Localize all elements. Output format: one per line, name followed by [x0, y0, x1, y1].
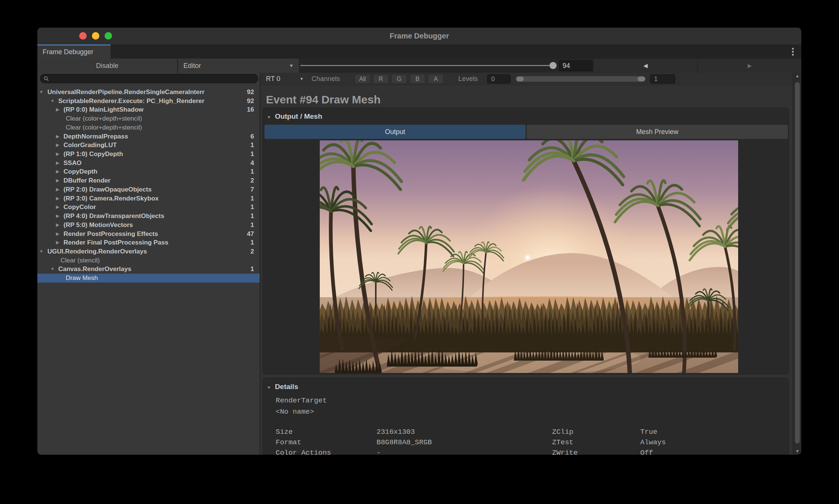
details-label: ZTest [552, 438, 573, 447]
event-tree-panel: ▼UniversalRenderPipeline.RenderSingleCam… [37, 73, 260, 455]
event-number-field[interactable]: 94 [559, 60, 592, 71]
foldout-closed-icon[interactable]: ▶ [56, 221, 59, 230]
levels-min-field[interactable]: 0 [487, 74, 511, 84]
foldout-open-icon[interactable]: ▼ [39, 247, 43, 256]
tree-item[interactable]: ▼UGUI.Rendering.RenderOverlays2 [37, 247, 260, 256]
foldout-closed-icon[interactable]: ▶ [56, 176, 59, 185]
tree-item-label: (RP 3:0) Camera.RenderSkybox [64, 194, 242, 203]
details-row: FormatB8G8R8A8_SRGBZTestAlways [276, 438, 776, 447]
vertical-scrollbar[interactable]: ▲ ▼ [793, 73, 801, 455]
next-event-button[interactable]: ▶ [698, 59, 801, 73]
channel-button-b[interactable]: B [410, 74, 425, 84]
tree-item[interactable]: ▶ColorGradingLUT1 [37, 141, 260, 150]
tree-item[interactable]: ▼ScriptableRenderer.Execute: PC_High_Ren… [37, 97, 260, 106]
tree-item[interactable]: ▶(RP 4:0) DrawTransparentObjects1 [37, 212, 260, 221]
tree-item[interactable]: Clear (stencil) [37, 256, 260, 265]
details-row: Color Actions-ZWriteOff [276, 448, 776, 455]
channel-button-a[interactable]: A [428, 74, 443, 84]
window-menu-icon[interactable] [791, 48, 794, 56]
levels-range-slider[interactable] [516, 76, 645, 82]
tree-item-count: 7 [251, 185, 254, 194]
chevron-down-icon: ▼ [300, 73, 304, 85]
tree-item-count: 1 [251, 203, 254, 212]
output-mesh-foldout[interactable]: ▼Output / Mesh [267, 108, 322, 125]
tree-item-label: UniversalRenderPipeline.RenderSingleCame… [47, 88, 242, 97]
foldout-closed-icon[interactable]: ▶ [56, 150, 59, 159]
search-input[interactable] [51, 74, 253, 83]
foldout-closed-icon[interactable]: ▶ [56, 159, 59, 168]
target-dropdown[interactable]: Editor ▼ [178, 59, 299, 73]
foldout-closed-icon[interactable]: ▶ [56, 230, 59, 239]
foldout-closed-icon[interactable]: ▶ [56, 105, 59, 114]
channel-button-g[interactable]: G [391, 74, 407, 84]
foldout-open-icon[interactable]: ▼ [50, 97, 55, 106]
disable-button[interactable]: Disable [37, 59, 177, 73]
title-bar[interactable]: Frame Debugger [37, 28, 801, 44]
tree-item[interactable]: ▶(RP 1:0) CopyDepth1 [37, 150, 260, 159]
tab-mesh-preview[interactable]: Mesh Preview [527, 125, 788, 139]
tree-item[interactable]: ▶Render PostProcessing Effects47 [37, 230, 260, 239]
tree-item-label: (RP 5:0) MotionVectors [64, 221, 242, 230]
tree-item-label: Clear (color+depth+stencil) [66, 114, 242, 123]
event-slider-thumb[interactable] [549, 62, 557, 69]
foldout-closed-icon[interactable]: ▶ [56, 132, 59, 141]
rt-dropdown-label: RT 0 [266, 73, 280, 85]
tree-item-count: 2 [251, 247, 254, 256]
render-target-toolbar: RT 0 ▼ Channels AllRGBA Levels 0 1 [260, 73, 801, 85]
output-mesh-foldout-label: Output / Mesh [275, 112, 322, 120]
levels-max-handle[interactable] [638, 77, 645, 81]
tree-item-label: Draw Mesh [66, 274, 242, 283]
foldout-closed-icon[interactable]: ▶ [56, 194, 59, 203]
tree-item[interactable]: ▶SSAO4 [37, 159, 260, 168]
scroll-down-icon[interactable]: ▼ [793, 449, 801, 453]
tree-item[interactable]: ▶(RP 0:0) MainLightShadow16 [37, 105, 260, 114]
details-value: - [377, 448, 381, 455]
tree-item-count: 1 [251, 238, 254, 247]
tree-item-count: 2 [251, 176, 254, 185]
tree-item[interactable]: ▶CopyColor1 [37, 203, 260, 212]
search-box[interactable] [40, 74, 258, 83]
tree-item[interactable]: Draw Mesh [37, 274, 260, 283]
rt-dropdown[interactable]: RT 0 ▼ [261, 73, 306, 85]
render-target-label: RenderTarget [276, 396, 327, 405]
channels-label: Channels [312, 73, 340, 85]
levels-min-handle[interactable] [516, 77, 524, 81]
tree-item[interactable]: ▶DBuffer Render2 [37, 176, 260, 185]
tree-item[interactable]: ▶CopyDepth1 [37, 167, 260, 176]
levels-max-field[interactable]: 1 [650, 74, 675, 84]
foldout-closed-icon[interactable]: ▶ [56, 167, 59, 176]
tree-item[interactable]: Clear (color+depth+stencil) [37, 123, 260, 132]
foldout-open-icon[interactable]: ▼ [39, 88, 43, 97]
event-slider-track[interactable] [300, 65, 557, 66]
tab-output[interactable]: Output [264, 125, 526, 139]
details-foldout[interactable]: ▼Details [267, 378, 298, 395]
tree-item[interactable]: ▶(RP 2:0) DrawOpaqueObjects7 [37, 185, 260, 194]
foldout-closed-icon[interactable]: ▶ [56, 185, 59, 194]
previous-event-button[interactable]: ◀ [594, 59, 697, 73]
tree-item[interactable]: Clear (color+depth+stencil) [37, 114, 260, 123]
main-toolbar: Disable Editor ▼ 94 ◀ ▶ [37, 59, 801, 73]
tree-item[interactable]: ▶Render Final PostProcessing Pass1 [37, 238, 260, 247]
tree-item[interactable]: ▶DepthNormalPrepass6 [37, 132, 260, 141]
foldout-open-icon[interactable]: ▼ [50, 265, 55, 274]
tree-item[interactable]: ▶(RP 5:0) MotionVectors1 [37, 221, 260, 230]
tree-item[interactable]: ▼Canvas.RenderOverlays1 [37, 265, 260, 274]
tree-item-count: 6 [251, 132, 254, 141]
foldout-closed-icon[interactable]: ▶ [56, 141, 59, 150]
scroll-up-icon[interactable]: ▲ [793, 74, 801, 78]
channel-button-r[interactable]: R [373, 74, 388, 84]
details-row: Size2316x1303ZClipTrue [276, 427, 776, 437]
scrollbar-thumb[interactable] [795, 82, 800, 444]
tab-frame-debugger[interactable]: Frame Debugger [37, 44, 111, 59]
tree-item-count: 1 [251, 212, 254, 221]
render-target-name: <No name> [276, 407, 314, 417]
tree-item-label: Render Final PostProcessing Pass [64, 238, 242, 247]
event-details-area: Event #94 Draw Mesh ▼Output / Mesh Outpu… [260, 85, 793, 455]
foldout-closed-icon[interactable]: ▶ [56, 238, 59, 247]
details-label: Format [276, 438, 301, 447]
foldout-closed-icon[interactable]: ▶ [56, 212, 59, 221]
foldout-closed-icon[interactable]: ▶ [56, 203, 59, 212]
channel-button-all[interactable]: All [355, 74, 370, 84]
tree-item[interactable]: ▶(RP 3:0) Camera.RenderSkybox1 [37, 194, 260, 203]
tree-item[interactable]: ▼UniversalRenderPipeline.RenderSingleCam… [37, 88, 260, 97]
